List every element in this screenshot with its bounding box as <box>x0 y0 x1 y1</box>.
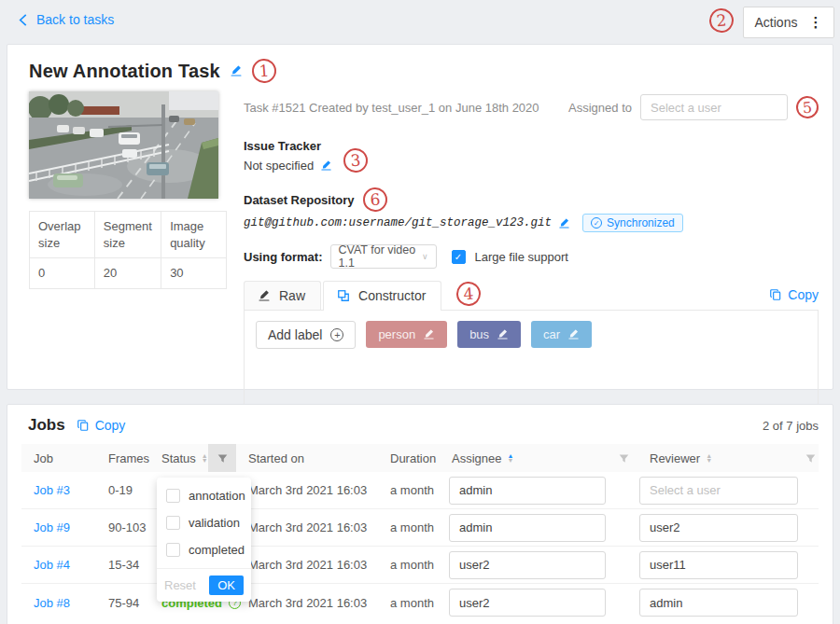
plus-circle-icon: + <box>330 328 343 341</box>
job-duration: a month <box>378 558 440 572</box>
job-duration: a month <box>378 596 440 610</box>
label-chip-bus-name: bus <box>469 327 489 341</box>
labels-constructor-panel: Add label + person bus car <box>244 311 819 415</box>
copy-jobs-button[interactable]: Copy <box>77 418 126 433</box>
edit-label-icon[interactable] <box>423 328 435 340</box>
annotation-marker-6: 6 <box>363 187 389 213</box>
filter-ok-button[interactable]: OK <box>209 575 244 595</box>
using-format-label: Using format: <box>244 250 323 264</box>
reviewer-sorter[interactable]: ▲▼ <box>706 453 712 463</box>
annotation-marker-2: 2 <box>708 7 735 34</box>
filter-option-validation[interactable]: validation <box>157 509 251 536</box>
job-row: Job #3 0-19 March 3rd 2021 16:03 a month <box>21 472 819 509</box>
filter-option-label: validation <box>189 516 240 530</box>
job-link[interactable]: Job #8 <box>34 596 70 610</box>
column-header-status[interactable]: Status ▲▼ <box>149 444 208 472</box>
tab-constructor-label: Constructor <box>358 288 426 303</box>
job-reviewer-input[interactable] <box>639 477 798 505</box>
column-header-assignee[interactable]: Assignee ▲▼ <box>440 444 609 472</box>
pencil-icon <box>258 289 271 302</box>
job-row: Job #4 15-34 March 3rd 2021 16:03 a mont… <box>21 547 819 584</box>
back-to-tasks-link[interactable]: Back to tasks <box>17 12 114 27</box>
param-value-overlap: 0 <box>30 258 95 289</box>
reviewer-header-label: Reviewer <box>650 451 700 465</box>
reviewer-filter-button[interactable] <box>800 444 820 472</box>
annotation-marker-4: 4 <box>455 281 482 307</box>
label-chip-bus[interactable]: bus <box>457 321 521 348</box>
filter-option-completed[interactable]: completed <box>157 536 251 563</box>
status-sorter[interactable]: ▲▼ <box>202 453 208 463</box>
chevron-down-icon: ∨ <box>422 252 428 261</box>
job-started: March 3rd 2021 16:03 <box>236 483 378 497</box>
actions-button[interactable]: Actions ⋮ <box>743 7 834 38</box>
copy-jobs-label: Copy <box>95 418 126 433</box>
job-frames: 75-94 <box>96 596 149 610</box>
annotation-checkbox[interactable] <box>166 489 180 503</box>
tab-raw[interactable]: Raw <box>244 281 321 310</box>
assigned-to-input[interactable] <box>640 94 788 120</box>
copy-labels-label: Copy <box>788 287 819 302</box>
validation-checkbox[interactable] <box>166 516 180 530</box>
edit-label-icon[interactable] <box>567 328 580 340</box>
jobs-heading: Jobs <box>28 416 65 435</box>
filter-option-label: annotation <box>189 489 245 503</box>
dataset-repository-label: Dataset Repository <box>244 193 354 207</box>
job-link[interactable]: Job #3 <box>34 483 70 497</box>
label-chip-car[interactable]: car <box>531 321 592 348</box>
status-header-label: Status <box>161 451 196 465</box>
edit-task-name-icon[interactable] <box>230 64 243 77</box>
job-assignee-input[interactable] <box>449 551 606 579</box>
column-header-started: Started on <box>236 444 378 472</box>
tab-constructor[interactable]: Constructor <box>323 281 441 311</box>
back-link-label: Back to tasks <box>36 12 114 27</box>
labels-tabs: Raw Constructor 4 Copy <box>244 281 819 311</box>
assignee-filter-button[interactable] <box>609 444 637 472</box>
issue-tracker-value: Not specified <box>244 159 314 173</box>
filter-funnel-icon <box>217 453 228 464</box>
assignee-sorter[interactable]: ▲▼ <box>507 453 513 463</box>
add-label-button[interactable]: Add label + <box>256 321 356 349</box>
block-icon <box>337 289 350 302</box>
large-file-support-label: Large file support <box>475 250 568 264</box>
jobs-count: 2 of 7 jobs <box>763 419 819 433</box>
job-assignee-input[interactable] <box>449 477 606 505</box>
filter-option-annotation[interactable]: annotation <box>157 482 251 509</box>
add-label-text: Add label <box>268 327 322 342</box>
copy-icon <box>77 419 90 432</box>
edit-repository-icon[interactable] <box>558 217 570 229</box>
task-meta-text: Task #1521 Created by test_user_1 on Jun… <box>244 101 539 115</box>
copy-labels-button[interactable]: Copy <box>769 287 819 302</box>
completed-checkbox[interactable] <box>166 543 180 557</box>
jobs-card: Jobs Copy 2 of 7 jobs Job Frames Status … <box>7 404 833 624</box>
sync-status-badge: ✓ Synchronized <box>582 214 683 232</box>
status-filter-button[interactable] <box>208 444 236 472</box>
actions-button-label: Actions <box>755 15 798 30</box>
column-header-reviewer[interactable]: Reviewer ▲▼ <box>637 444 800 472</box>
label-chip-person[interactable]: person <box>366 321 447 348</box>
jobs-table-header: Job Frames Status ▲▼ Started on Duration… <box>21 444 819 472</box>
assigned-to-label: Assigned to <box>568 101 632 115</box>
issue-tracker-label: Issue Tracker <box>244 139 819 153</box>
job-assignee-input[interactable] <box>449 589 606 617</box>
job-row: Job #8 75-94 completed ? March 3rd 2021 … <box>21 584 819 621</box>
filter-reset-button[interactable]: Reset <box>164 578 196 592</box>
large-file-support-checkbox[interactable]: ✓ <box>452 250 466 264</box>
job-assignee-input[interactable] <box>449 514 606 542</box>
job-reviewer-input[interactable] <box>639 551 798 579</box>
job-link[interactable]: Job #4 <box>34 558 70 572</box>
job-started: March 3rd 2021 16:03 <box>236 558 378 572</box>
edit-issue-tracker-icon[interactable] <box>320 159 332 172</box>
job-duration: a month <box>378 483 440 497</box>
tab-raw-label: Raw <box>279 288 305 303</box>
column-header-duration: Duration <box>378 444 440 472</box>
param-header-overlap: Overlap size <box>30 212 95 258</box>
job-reviewer-input[interactable] <box>639 589 798 617</box>
export-format-select[interactable]: CVAT for video 1.1 ∨ <box>330 244 437 269</box>
task-preview-image <box>29 91 218 199</box>
task-title: New Annotation Task <box>29 61 220 82</box>
status-filter-dropdown: annotation validation completed Reset OK <box>157 478 251 602</box>
edit-label-icon[interactable] <box>497 328 509 340</box>
job-link[interactable]: Job #9 <box>34 520 70 534</box>
job-reviewer-input[interactable] <box>639 514 798 542</box>
task-params-table: Overlap size Segment size Image quality … <box>29 211 227 289</box>
